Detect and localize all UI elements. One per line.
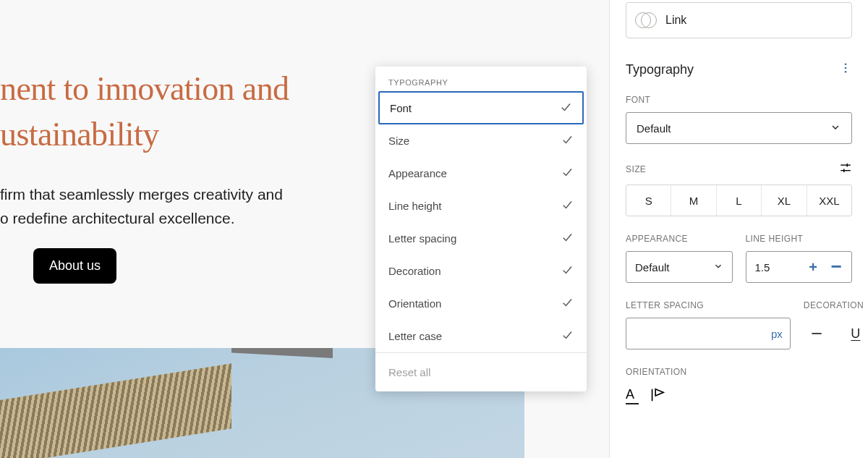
link-label: Link <box>665 14 686 27</box>
font-select-value: Default <box>637 122 671 135</box>
orientation-group: A <box>626 387 852 406</box>
check-icon <box>561 133 574 148</box>
subtext-line-2: o redefine architectural excellence. <box>0 210 235 226</box>
orientation-vertical[interactable] <box>649 387 665 406</box>
orientation-horizontal-icon: A <box>626 387 634 402</box>
line-height-stepper[interactable]: 1.5 + − <box>746 251 853 283</box>
popover-item-orientation[interactable]: Orientation <box>375 287 587 320</box>
appearance-select[interactable]: Default <box>626 251 733 283</box>
size-option-xxl[interactable]: XXL <box>807 185 851 216</box>
check-icon <box>559 101 572 116</box>
chevron-down-icon <box>830 122 841 135</box>
size-option-xl[interactable]: XL <box>761 185 806 216</box>
popover-item-label: Font <box>390 102 412 114</box>
kebab-icon <box>839 62 852 75</box>
letter-spacing-label: LETTER SPACING <box>626 300 791 310</box>
check-icon <box>561 231 574 246</box>
check-icon <box>561 328 574 344</box>
orientation-vertical-icon <box>649 387 665 403</box>
font-select[interactable]: Default <box>626 112 852 144</box>
svg-rect-3 <box>841 165 851 166</box>
decoration-label: DECORATION <box>804 300 868 310</box>
line-height-minus[interactable]: − <box>827 261 846 273</box>
svg-point-2 <box>845 71 847 73</box>
popover-item-appearance[interactable]: Appearance <box>375 157 587 190</box>
decoration-group: U S <box>804 318 868 349</box>
size-preset-group: SMLXLXXL <box>626 185 852 216</box>
letter-spacing-input-wrap: px <box>626 318 791 349</box>
size-option-l[interactable]: L <box>716 185 761 216</box>
line-height-value: 1.5 <box>755 261 800 273</box>
heading-line-2: ustainability <box>0 116 159 153</box>
popover-item-label: Size <box>388 135 409 147</box>
check-icon <box>561 166 574 181</box>
link-color-row[interactable]: Link <box>626 2 852 38</box>
settings-sidebar: Link Typography FONT Default SIZE SMLXLX… <box>609 0 868 458</box>
venn-icon <box>635 12 657 28</box>
popover-title: TYPOGRAPHY <box>375 67 587 91</box>
letter-spacing-unit[interactable]: px <box>771 328 783 340</box>
popover-item-label: Line height <box>388 200 441 212</box>
svg-point-0 <box>845 63 847 65</box>
page-heading: nent to innovation and ustainability <box>0 67 289 157</box>
chevron-down-icon <box>713 261 723 273</box>
font-label: FONT <box>626 95 852 105</box>
appearance-value: Default <box>635 261 670 273</box>
popover-item-label: Orientation <box>388 297 441 310</box>
decoration-none[interactable] <box>804 321 830 347</box>
orientation-horizontal[interactable]: A <box>626 387 634 406</box>
svg-point-1 <box>845 67 847 69</box>
popover-item-decoration[interactable]: Decoration <box>375 255 587 287</box>
check-icon <box>561 263 574 279</box>
popover-item-letter-spacing[interactable]: Letter spacing <box>375 222 587 255</box>
decoration-underline[interactable]: U <box>843 321 868 347</box>
subtext-line-1: firm that seamlessly merges creativity a… <box>0 186 283 203</box>
svg-rect-4 <box>847 164 848 167</box>
svg-rect-5 <box>841 170 851 171</box>
typography-options-popover: TYPOGRAPHY FontSizeAppearanceLine height… <box>375 67 587 391</box>
heading-line-1: nent to innovation and <box>0 70 289 107</box>
minus-icon <box>809 326 824 341</box>
line-height-label: LINE HEIGHT <box>746 234 853 244</box>
about-us-button[interactable]: About us <box>33 248 116 284</box>
popover-item-label: Decoration <box>388 265 441 277</box>
popover-item-font[interactable]: Font <box>378 91 584 124</box>
typography-section-header: Typography <box>626 62 852 77</box>
appearance-label: APPEARANCE <box>626 234 733 244</box>
popover-item-line-height[interactable]: Line height <box>375 190 587 222</box>
popover-item-label: Letter spacing <box>388 232 456 245</box>
size-label: SIZE <box>626 164 646 174</box>
typography-options-menu-button[interactable] <box>839 62 852 77</box>
svg-rect-6 <box>843 169 845 173</box>
sliders-icon <box>839 161 852 174</box>
size-custom-toggle[interactable] <box>839 161 852 177</box>
check-icon <box>561 296 574 311</box>
typography-title: Typography <box>626 62 694 77</box>
check-icon <box>561 198 574 213</box>
size-option-s[interactable]: S <box>626 185 671 216</box>
page-subtext: firm that seamlessly merges creativity a… <box>0 183 283 230</box>
orientation-label: ORIENTATION <box>626 367 852 377</box>
popover-item-label: Appearance <box>388 167 447 179</box>
popover-item-label: Letter case <box>388 330 442 342</box>
building-graphic <box>0 363 231 458</box>
line-height-plus[interactable]: + <box>804 259 822 276</box>
reset-all-button[interactable]: Reset all <box>375 352 587 391</box>
letter-spacing-input[interactable] <box>634 328 771 340</box>
popover-item-letter-case[interactable]: Letter case <box>375 320 587 352</box>
size-option-m[interactable]: M <box>671 185 715 216</box>
svg-marker-9 <box>655 389 663 396</box>
popover-item-size[interactable]: Size <box>375 124 587 157</box>
